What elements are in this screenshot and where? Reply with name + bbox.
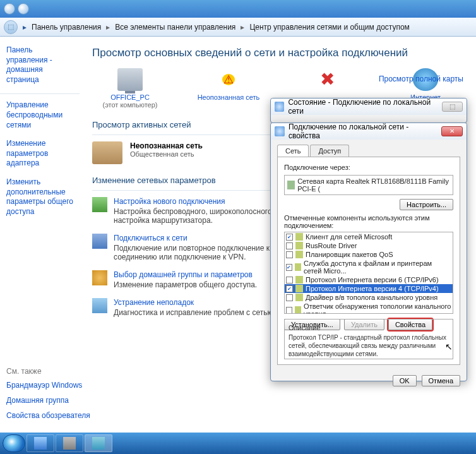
app-icon [34,437,47,450]
nav-forward-icon[interactable] [18,3,29,15]
chevron-right-icon [238,23,247,32]
close-icon[interactable]: ⬚ [442,102,463,112]
homegroup-icon [92,270,107,285]
net-node-label: OFFICE_PC [92,93,168,101]
description-header: Описание [289,323,449,332]
close-button[interactable]: ✕ [441,126,463,136]
adapter-field: Сетевая карта Realtek RTL8168B/8111B Fam… [284,175,453,195]
network-icon [275,102,284,112]
dialog-title: Подключение по локальной сети - свойства [289,122,441,140]
see-also-panel: См. также Брандмауэр Windows Домашняя гр… [6,367,126,426]
checkbox[interactable] [286,264,292,271]
checkbox[interactable] [286,277,293,284]
chevron-right-icon: ▸ [20,23,29,32]
component-row[interactable]: Клиент для сетей Microsoft [285,232,453,241]
component-icon [295,276,303,284]
taskbar-app[interactable] [85,434,112,452]
cancel-button[interactable]: Отмена [422,375,460,386]
properties-dialog: Подключение по локальной сети - свойства… [270,122,467,381]
checkbox[interactable] [286,294,293,301]
description-text: Протокол TCP/IP - стандартный протокол г… [289,333,449,358]
component-row[interactable]: RusRoute Driver [285,241,453,250]
adapter-icon [287,181,295,189]
computer-icon [117,68,143,91]
view-full-map-link[interactable]: Просмотр полной карты [379,75,463,83]
see-also-link[interactable]: Домашняя группа [6,396,126,405]
sidebar-link-sharing[interactable]: Изменить дополнительные параметры общего… [6,177,73,217]
tab-access[interactable]: Доступ [310,145,349,157]
sidebar-link-adapter[interactable]: Изменение параметров адаптера [6,139,73,169]
see-also-link[interactable]: Свойства обозревателя [6,411,126,420]
breadcrumb-icon: ⬚ [4,20,18,34]
troubleshoot-icon [92,298,107,313]
sidebar-link-wireless[interactable]: Управление беспроводными сетями [6,100,73,130]
connect-via-label: Подключение через: [284,164,453,171]
page-title: Просмотр основных сведений о сети и наст… [92,47,463,59]
param-link[interactable]: Выбор домашней группы и параметров [114,270,257,279]
component-icon [295,233,303,241]
component-row[interactable]: Ответчик обнаружения топологии канальног… [285,302,453,314]
ok-button[interactable]: OK [393,375,417,386]
adapter-name: Сетевая карта Realtek RTL8168B/8111B Fam… [297,177,450,193]
breadcrumb-item[interactable]: Центр управления сетями и общим доступом [247,23,412,32]
component-row[interactable]: Протокол Интернета версии 4 (TCP/IPv4) [285,284,453,293]
component-label: Клиент для сетей Microsoft [306,233,392,241]
chevron-right-icon [104,23,112,32]
components-list[interactable]: Клиент для сетей MicrosoftRusRoute Drive… [284,232,453,314]
checkbox[interactable] [286,251,293,258]
cursor-icon: ↖ [445,342,453,352]
component-row[interactable]: Протокол Интернета версии 6 (TCP/IPv6) [285,275,453,284]
breadcrumb-item[interactable]: Панель управления [29,23,104,32]
breadcrumb-item[interactable]: Все элементы панели управления [112,23,238,32]
checkbox[interactable] [286,242,293,249]
component-row[interactable]: Драйвер в/в тополога канального уровня [285,293,453,302]
checkbox[interactable] [286,234,293,241]
active-net-name: Неопознанная сеть [130,141,203,150]
taskbar-app[interactable] [27,434,54,452]
description-box: Описание Протокол TCP/IP - стандартный п… [284,319,453,359]
connect-icon [92,234,107,249]
start-button[interactable] [3,434,25,452]
component-icon [295,285,303,292]
param-desc: Диагностика и исправление проблем с сеть… [114,308,275,317]
bench-icon [92,141,122,164]
component-icon [295,263,301,271]
net-node-label: Неопознанная сеть [191,93,266,101]
sidebar-link-home[interactable]: Панель управления - домашняя страница [6,45,73,85]
component-icon [295,294,303,301]
checkbox[interactable] [286,285,293,292]
component-label: Протокол Интернета версии 6 (TCP/IPv6) [306,276,439,284]
new-connection-icon [92,197,107,212]
dialog-title: Состояние - Подключение по локальной сет… [288,98,442,116]
component-label: Драйвер в/в тополога канального уровня [306,294,437,301]
window-titlebar [0,0,476,18]
active-net-type: Общественная сеть [130,150,203,158]
app-icon [92,437,105,450]
disconnect-x-icon: ✖ [314,68,340,91]
taskbar[interactable] [0,433,476,454]
network-icon [275,126,285,136]
components-label: Отмеченные компоненты используются этим … [284,214,453,229]
nav-back-icon[interactable] [4,3,15,15]
param-desc: Изменение параметров общего доступа. [114,280,257,289]
checkbox[interactable] [286,307,292,314]
component-icon [295,242,303,249]
see-also-link[interactable]: Брандмауэр Windows [6,381,126,390]
component-label: Служба доступа к файлам и принтерам сете… [304,260,451,275]
tab-network[interactable]: Сеть [277,145,309,157]
see-also-header: См. также [6,367,126,376]
component-label: RusRoute Driver [306,242,357,249]
component-label: Планировщик пакетов QoS [306,251,393,258]
component-icon [295,306,301,314]
component-label: Протокол Интернета версии 4 (TCP/IPv4) [306,285,439,292]
configure-button[interactable]: Настроить... [400,199,453,210]
component-row[interactable]: Служба доступа к файлам и принтерам сете… [285,259,453,275]
component-icon [295,251,303,258]
component-label: Ответчик обнаружения топологии канальног… [304,302,451,314]
net-node-sub: (этот компьютер) [92,101,168,109]
breadcrumb[interactable]: ⬚ ▸ Панель управления Все элементы панел… [0,18,476,37]
param-link[interactable]: Устранение неполадок [114,298,275,307]
taskbar-app[interactable] [56,434,83,452]
status-dialog[interactable]: Состояние - Подключение по локальной сет… [270,98,467,123]
component-row[interactable]: Планировщик пакетов QoS [285,250,453,259]
